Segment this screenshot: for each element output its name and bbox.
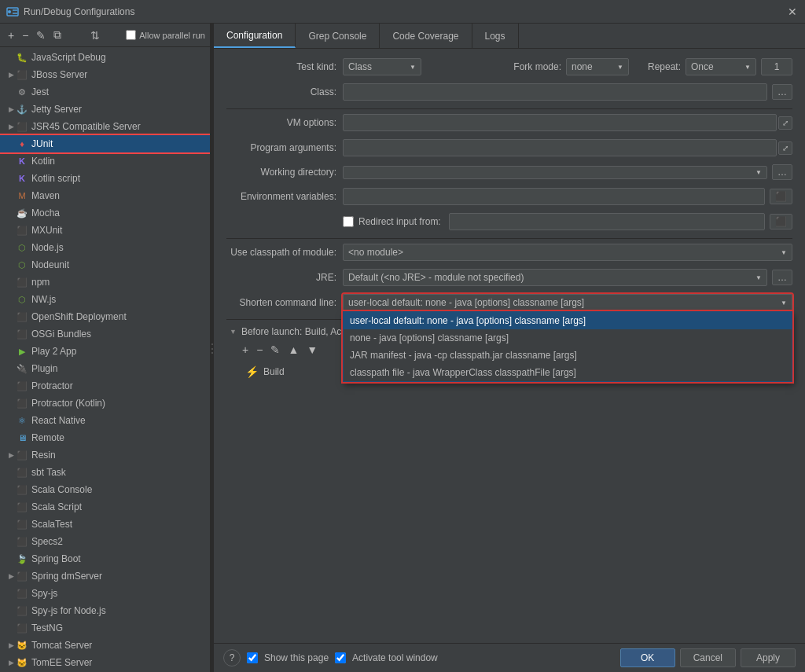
use-classpath-control: <no module> ▼ xyxy=(343,244,792,261)
redirect-input-checkbox[interactable] xyxy=(343,216,354,227)
sidebar-item-jest[interactable]: ⚙ Jest xyxy=(0,83,210,101)
shorten-cmd-option-none[interactable]: none - java [options] classname [args] xyxy=(344,329,792,347)
vm-options-label: VM options: xyxy=(226,117,336,128)
sidebar-item-resin[interactable]: ▶ ⬛ Resin xyxy=(0,446,210,464)
sidebar-label-mxunit: MXUnit xyxy=(31,225,62,236)
sidebar-item-npm[interactable]: ⬛ npm xyxy=(0,274,210,291)
testng-icon: ⬛ xyxy=(16,622,28,634)
sidebar-item-kotlin-script[interactable]: K Kotlin script xyxy=(0,170,210,187)
env-vars-input[interactable] xyxy=(343,188,765,205)
working-dir-browse-button[interactable]: … xyxy=(772,164,792,180)
repeat-select[interactable]: Once ▼ xyxy=(686,58,756,75)
sidebar-splitter[interactable] xyxy=(211,24,214,672)
sidebar-item-remote[interactable]: 🖥 Remote xyxy=(0,429,210,446)
jre-select[interactable]: Default (<no JRE> - module not specified… xyxy=(343,269,767,286)
shorten-cmd-option-classpath-file[interactable]: classpath file - java WrapperClass class… xyxy=(344,364,792,381)
sidebar-item-mocha[interactable]: ☕ Mocha xyxy=(0,204,210,222)
react-native-icon: ⚛ xyxy=(16,414,28,427)
apply-button[interactable]: Apply xyxy=(741,648,796,667)
redirect-input-field[interactable] xyxy=(449,213,765,230)
sidebar-item-tomee-server[interactable]: ▶ 🐱 TomEE Server xyxy=(0,654,210,671)
tab-grep-console[interactable]: Grep Console xyxy=(296,24,380,48)
activate-tool-window-checkbox[interactable] xyxy=(335,652,346,663)
sidebar-item-protractor[interactable]: ⬛ Protractor xyxy=(0,377,210,395)
program-args-expand-button[interactable]: ⤢ xyxy=(778,141,792,155)
edit-config-button[interactable]: ✎ xyxy=(33,28,49,43)
use-classpath-select[interactable]: <no module> ▼ xyxy=(343,244,792,261)
program-args-input[interactable] xyxy=(343,139,777,156)
sidebar-item-nodeunit[interactable]: ⬡ Nodeunit xyxy=(0,256,210,274)
sidebar-item-kotlin[interactable]: K Kotlin xyxy=(0,152,210,170)
shorten-cmd-select[interactable]: user-local default: none - java [options… xyxy=(343,294,792,311)
jre-label: JRE: xyxy=(226,272,336,283)
repeat-count-input[interactable]: 1 xyxy=(761,58,792,75)
shorten-cmd-option-user-local[interactable]: user-local default: none - java [options… xyxy=(344,312,792,329)
remove-config-button[interactable]: − xyxy=(19,28,31,43)
before-launch-move-down-button[interactable]: ▼ xyxy=(303,342,321,358)
help-button[interactable]: ? xyxy=(223,649,241,666)
sidebar-item-jetty-server[interactable]: ▶ ⚓ Jetty Server xyxy=(0,101,210,118)
sidebar-item-maven[interactable]: M Maven xyxy=(0,187,210,204)
mxunit-icon: ⬛ xyxy=(16,224,28,237)
before-launch-edit-button[interactable]: ✎ xyxy=(267,342,283,358)
tab-logs[interactable]: Logs xyxy=(472,24,519,48)
sidebar-item-scala-console[interactable]: ⬛ Scala Console xyxy=(0,481,210,498)
before-launch-collapse-icon[interactable]: ▼ xyxy=(230,328,237,336)
copy-config-button[interactable]: ⧉ xyxy=(50,27,64,43)
sidebar-item-sbt[interactable]: ⬛ sbt Task xyxy=(0,464,210,481)
sidebar-item-openshift[interactable]: ⬛ OpenShift Deployment xyxy=(0,308,210,325)
fork-mode-select[interactable]: none ▼ xyxy=(566,58,629,75)
before-launch-move-up-button[interactable]: ▲ xyxy=(285,342,302,358)
sidebar-item-scalatest[interactable]: ⬛ ScalaTest xyxy=(0,516,210,533)
sidebar-label-npm: npm xyxy=(31,277,50,288)
sidebar-item-spy-js-node[interactable]: ⬛ Spy-js for Node.js xyxy=(0,602,210,619)
sort-configs-button[interactable]: ⇅ xyxy=(87,28,103,43)
vm-options-input[interactable]: -ea -Dspring.profiles.active=unittest -D… xyxy=(343,114,777,131)
sidebar-item-jsr45[interactable]: ▶ ⬛ JSR45 Compatible Server xyxy=(0,118,210,135)
sidebar-item-mxunit[interactable]: ⬛ MXUnit xyxy=(0,222,210,239)
kotlin-icon: K xyxy=(16,155,28,167)
tomee-server-icon: 🐱 xyxy=(16,656,28,669)
before-launch-remove-button[interactable]: − xyxy=(253,342,266,358)
close-button[interactable]: ✕ xyxy=(786,6,799,18)
test-kind-select[interactable]: Class ▼ xyxy=(343,58,421,75)
sidebar-item-spy-js[interactable]: ⬛ Spy-js xyxy=(0,585,210,602)
tomee-arrow-icon: ▶ xyxy=(6,658,16,667)
sidebar-item-protractor-kotlin[interactable]: ⬛ Protractor (Kotlin) xyxy=(0,395,210,412)
sidebar-item-plugin[interactable]: 🔌 Plugin xyxy=(0,360,210,377)
sidebar-item-spring-dmserver[interactable]: ▶ ⬛ Spring dmServer xyxy=(0,567,210,585)
jre-browse-button[interactable]: … xyxy=(772,270,792,285)
sidebar-item-specs2[interactable]: ⬛ Specs2 xyxy=(0,533,210,550)
sidebar-item-tomcat-server[interactable]: ▶ 🐱 Tomcat Server xyxy=(0,637,210,654)
sidebar-label-junit: JUnit xyxy=(31,138,53,149)
cancel-button[interactable]: Cancel xyxy=(680,648,736,667)
shorten-cmd-option-jar-manifest[interactable]: JAR manifest - java -cp classpath.jar cl… xyxy=(344,347,792,364)
jsr45-arrow-icon: ▶ xyxy=(6,122,16,131)
sidebar-item-jboss-server[interactable]: ▶ ⬛ JBoss Server xyxy=(0,66,210,83)
sidebar-item-javascript-debug[interactable]: 🐛 JavaScript Debug xyxy=(0,49,210,66)
sidebar-label-openshift: OpenShift Deployment xyxy=(31,311,127,322)
sidebar-item-scala-script[interactable]: ⬛ Scala Script xyxy=(0,498,210,516)
env-vars-browse-button[interactable]: ⬛ xyxy=(770,189,792,204)
sidebar-item-nwjs[interactable]: ⬡ NW.js xyxy=(0,291,210,308)
tab-configuration[interactable]: Configuration xyxy=(214,24,296,48)
working-dir-select[interactable]: ▼ xyxy=(343,166,767,179)
show-this-page-checkbox[interactable] xyxy=(247,652,258,663)
class-input[interactable] xyxy=(343,83,767,101)
sidebar-item-junit[interactable]: ♦ JUnit xyxy=(0,135,210,152)
allow-parallel-checkbox[interactable] xyxy=(126,30,136,40)
maven-icon: M xyxy=(16,189,28,202)
vm-options-expand-button[interactable]: ⤢ xyxy=(778,116,792,130)
sidebar-item-nodejs[interactable]: ⬡ Node.js xyxy=(0,239,210,256)
sidebar-item-react-native[interactable]: ⚛ React Native xyxy=(0,412,210,429)
class-browse-button[interactable]: … xyxy=(772,84,792,100)
ok-button[interactable]: OK xyxy=(620,648,675,667)
redirect-input-browse-button[interactable]: ⬛ xyxy=(770,214,792,230)
add-config-button[interactable]: + xyxy=(5,28,17,43)
sidebar-item-spring-boot[interactable]: 🍃 Spring Boot xyxy=(0,550,210,567)
sidebar-item-testng[interactable]: ⬛ TestNG xyxy=(0,619,210,637)
sidebar-item-play2[interactable]: ▶ Play 2 App xyxy=(0,343,210,360)
before-launch-add-button[interactable]: + xyxy=(239,342,252,358)
sidebar-item-osgi[interactable]: ⬛ OSGi Bundles xyxy=(0,325,210,343)
tab-code-coverage[interactable]: Code Coverage xyxy=(380,24,472,48)
